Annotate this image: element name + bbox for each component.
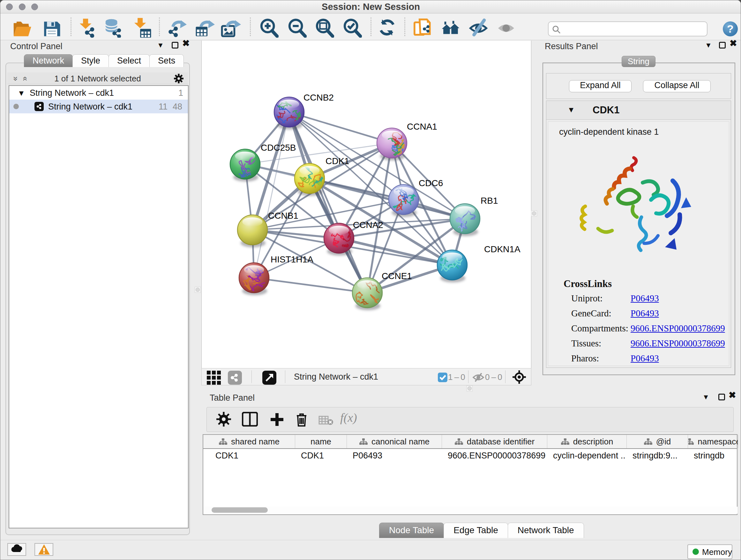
add-column-icon[interactable] <box>269 412 285 428</box>
hidden-eye-icon <box>472 373 484 383</box>
network-tree-row[interactable]: String Network – cdk111 48 <box>9 100 188 113</box>
table-panel-float-icon[interactable] <box>718 394 725 400</box>
delete-column-trash-icon[interactable] <box>295 412 308 428</box>
function-builder-icon[interactable]: f(x) <box>340 411 357 425</box>
expand-all-button[interactable]: Expand All <box>569 80 631 92</box>
show-all-icon[interactable] <box>496 17 516 38</box>
tab-network-table[interactable]: Network Table <box>508 523 584 538</box>
table-panel-close-icon[interactable]: ✖ <box>729 392 736 398</box>
crosslink-link[interactable]: P06493 <box>630 353 659 364</box>
network-node-CCNE1[interactable] <box>352 277 383 308</box>
hide-selected-icon[interactable] <box>468 17 488 38</box>
tab-sets[interactable]: Sets <box>149 54 184 67</box>
crosslink-link[interactable]: 9606.ENSP00000378699 <box>630 338 725 349</box>
column-header-databaseidentifier[interactable]: database identifier <box>442 435 547 448</box>
network-options-gear-icon[interactable] <box>174 74 184 84</box>
entry-collapse-caret-icon[interactable]: ▼ <box>567 105 575 114</box>
tab-node-table[interactable]: Node Table <box>379 523 444 538</box>
node-label-CDC25B: CDC25B <box>261 143 296 152</box>
refresh-icon[interactable] <box>377 17 397 38</box>
results-panel-float-icon[interactable] <box>719 42 726 49</box>
network-node-CDC25B[interactable] <box>230 149 260 179</box>
network-node-CCNB1[interactable] <box>237 214 268 245</box>
table-cell[interactable]: cyclin-dependent ... <box>553 451 626 461</box>
results-entry-header[interactable]: ▼ CDK1 <box>546 101 731 120</box>
results-buttons-row: Expand All Collapse All <box>546 73 731 99</box>
birdseye-view-icon[interactable] <box>512 370 527 386</box>
tree-expand-caret-icon[interactable]: ▼ <box>17 89 25 98</box>
network-node-CCNA1[interactable] <box>377 128 407 159</box>
share-network-icon[interactable] <box>228 371 242 386</box>
cloud-button[interactable] <box>7 543 26 556</box>
crosslink-link[interactable]: P06493 <box>630 293 659 304</box>
column-header-description[interactable]: description <box>547 435 627 448</box>
results-panel-close-icon[interactable]: ✖ <box>730 40 737 47</box>
tab-network[interactable]: Network <box>24 54 73 67</box>
network-node-CDKN1A[interactable] <box>437 250 468 280</box>
tab-select[interactable]: Select <box>109 54 150 67</box>
column-header-canonicalname[interactable]: canonical name <box>347 435 442 448</box>
network-node-CCNA2[interactable] <box>324 223 354 253</box>
table-settings-gear-icon[interactable] <box>216 412 231 428</box>
table-cell[interactable]: 9606.ENSP00000378699 <box>448 451 547 461</box>
table-cell[interactable]: CDK1 <box>215 451 301 461</box>
scrollbar-thumb[interactable] <box>212 507 268 513</box>
column-header-sharedname[interactable]: shared name <box>203 435 295 448</box>
open-file-icon[interactable] <box>11 17 32 38</box>
save-session-icon[interactable] <box>41 17 62 38</box>
search-box[interactable] <box>548 21 708 37</box>
network-tree-row[interactable]: ▼String Network – cdk11 <box>9 86 188 100</box>
results-panel-collapse-icon[interactable]: ▼ <box>705 42 712 49</box>
zoom-out-icon[interactable] <box>286 17 307 38</box>
collapse-all-button[interactable]: Collapse All <box>643 80 711 92</box>
help-button[interactable]: ? <box>723 21 738 37</box>
zoom-fit-icon[interactable] <box>314 17 334 38</box>
results-tab-string[interactable]: String <box>622 56 656 67</box>
crosslink-link[interactable]: 9606.ENSP00000378699 <box>630 323 725 334</box>
table-cell[interactable]: stringdb <box>694 451 738 461</box>
table-tabs: Node TableEdge TableNetwork Table <box>379 523 584 538</box>
copy-network-icon[interactable] <box>412 17 433 38</box>
network-node-RB1[interactable] <box>450 203 480 234</box>
export-image-icon[interactable] <box>220 17 241 38</box>
export-network-icon[interactable] <box>166 17 187 38</box>
table-cell[interactable]: P06493 <box>353 451 441 461</box>
column-header-id[interactable]: @id <box>627 435 688 448</box>
table-cell[interactable]: stringdb:9... <box>632 451 687 461</box>
crosslink-row: Tissues: 9606.ENSP00000378699 <box>571 338 601 349</box>
column-header-name[interactable]: name <box>295 435 347 448</box>
home-icon[interactable] <box>441 17 461 38</box>
search-input[interactable] <box>564 23 704 35</box>
import-table-icon[interactable] <box>132 17 152 38</box>
control-panel-collapse-icon[interactable]: ▼ <box>157 42 164 49</box>
control-panel-title: Control Panel <box>10 42 63 51</box>
tab-style[interactable]: Style <box>72 54 109 67</box>
node-count: 11 <box>158 102 167 112</box>
warnings-button[interactable] <box>35 543 53 556</box>
crosslink-link[interactable]: P06493 <box>630 308 659 319</box>
memory-button[interactable]: Memory <box>687 544 732 559</box>
tab-edge-table[interactable]: Edge Table <box>444 523 508 538</box>
network-canvas[interactable]: CCNB2CCNA1CDC25BCDK1CDC6RB1CCNB1CCNA2CDK… <box>201 41 531 368</box>
selected-checkbox-icon[interactable] <box>438 373 448 383</box>
show-columns-icon[interactable] <box>242 412 258 428</box>
table-cell[interactable]: CDK1 <box>301 451 346 461</box>
import-network-icon[interactable] <box>77 17 98 38</box>
zoom-in-icon[interactable] <box>258 17 279 38</box>
network-node-CCNB2[interactable] <box>274 97 305 127</box>
table-panel-collapse-icon[interactable]: ▼ <box>702 394 710 400</box>
open-in-new-window-icon[interactable] <box>262 371 276 386</box>
import-network-database-icon[interactable] <box>104 17 124 38</box>
left-splitter-handle[interactable] <box>195 287 201 293</box>
control-panel-float-icon[interactable] <box>172 42 179 49</box>
column-header-namespace[interactable]: namespace <box>688 435 738 448</box>
grid-view-icon[interactable] <box>207 371 221 386</box>
zoom-selected-icon[interactable] <box>341 17 362 38</box>
control-panel-close-icon[interactable]: ✖ <box>182 40 190 47</box>
network-node-HIST1H1A[interactable] <box>239 262 269 293</box>
table-horizontal-scrollbar[interactable] <box>204 507 738 514</box>
network-node-CDC6[interactable] <box>388 184 419 215</box>
network-node-CDK1[interactable] <box>294 163 325 194</box>
tree-row-label: String Network – cdk1 <box>48 102 132 112</box>
export-table-icon[interactable] <box>194 17 215 38</box>
